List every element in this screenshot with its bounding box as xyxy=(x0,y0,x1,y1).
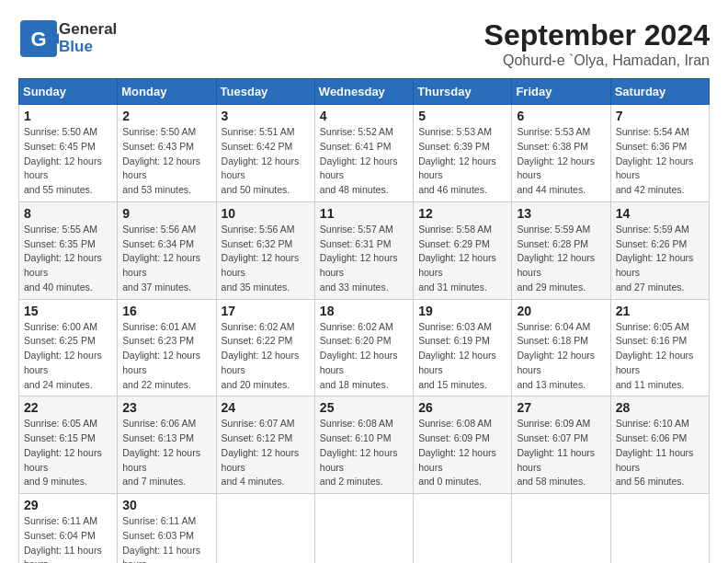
day-info: Sunrise: 5:55 AMSunset: 6:35 PMDaylight:… xyxy=(24,223,112,295)
week-row-4: 22 Sunrise: 6:05 AMSunset: 6:15 PMDaylig… xyxy=(19,396,710,494)
day-info: Sunrise: 6:02 AMSunset: 6:20 PMDaylight:… xyxy=(320,320,408,393)
day-info: Sunrise: 6:05 AMSunset: 6:16 PMDaylight:… xyxy=(616,320,704,393)
day-cell: 5 Sunrise: 5:53 AMSunset: 6:39 PMDayligh… xyxy=(414,105,512,202)
day-info: Sunrise: 6:07 AMSunset: 6:12 PMDaylight:… xyxy=(222,417,310,489)
day-number: 24 xyxy=(222,400,310,415)
day-number: 21 xyxy=(616,304,704,318)
day-cell: 11 Sunrise: 5:57 AMSunset: 6:31 PMDaylig… xyxy=(314,201,413,299)
day-cell: 13 Sunrise: 5:59 AMSunset: 6:28 PMDaylig… xyxy=(512,201,610,299)
day-info: Sunrise: 6:08 AMSunset: 6:09 PMDaylight:… xyxy=(418,417,506,489)
day-number: 25 xyxy=(320,400,408,415)
day-number: 10 xyxy=(222,206,310,221)
week-row-1: 1 Sunrise: 5:50 AMSunset: 6:45 PMDayligh… xyxy=(19,105,710,202)
page-header: G General Blue September 2024 Qohurd-e `… xyxy=(18,18,710,69)
month-title: September 2024 xyxy=(484,18,710,52)
day-cell xyxy=(414,494,512,564)
day-number: 7 xyxy=(616,109,704,123)
day-cell: 26 Sunrise: 6:08 AMSunset: 6:09 PMDaylig… xyxy=(414,396,512,494)
day-info: Sunrise: 5:50 AMSunset: 6:45 PMDaylight:… xyxy=(24,125,112,198)
day-info: Sunrise: 5:50 AMSunset: 6:43 PMDaylight:… xyxy=(122,125,210,198)
day-cell: 25 Sunrise: 6:08 AMSunset: 6:10 PMDaylig… xyxy=(314,396,413,494)
calendar-table: SundayMondayTuesdayWednesdayThursdayFrid… xyxy=(18,78,710,563)
day-info: Sunrise: 6:05 AMSunset: 6:15 PMDaylight:… xyxy=(24,417,112,489)
day-info: Sunrise: 6:01 AMSunset: 6:23 PMDaylight:… xyxy=(122,320,210,393)
day-cell: 19 Sunrise: 6:03 AMSunset: 6:19 PMDaylig… xyxy=(414,299,512,396)
day-number: 26 xyxy=(418,400,506,415)
day-info: Sunrise: 6:10 AMSunset: 6:06 PMDaylight:… xyxy=(616,417,704,489)
day-info: Sunrise: 5:53 AMSunset: 6:38 PMDaylight:… xyxy=(517,125,605,198)
day-info: Sunrise: 6:09 AMSunset: 6:07 PMDaylight:… xyxy=(517,417,605,489)
location: Qohurd-e `Olya, Hamadan, Iran xyxy=(484,52,710,69)
day-cell: 3 Sunrise: 5:51 AMSunset: 6:42 PMDayligh… xyxy=(216,105,314,202)
day-info: Sunrise: 5:58 AMSunset: 6:29 PMDaylight:… xyxy=(418,223,506,295)
day-number: 2 xyxy=(122,109,210,123)
day-number: 23 xyxy=(122,400,210,415)
logo: G General Blue xyxy=(18,18,117,59)
day-info: Sunrise: 5:56 AMSunset: 6:34 PMDaylight:… xyxy=(122,223,210,295)
day-number: 18 xyxy=(320,304,408,318)
day-number: 11 xyxy=(320,206,408,221)
day-number: 17 xyxy=(222,304,310,318)
logo-icon: G xyxy=(18,18,59,59)
day-cell: 14 Sunrise: 5:59 AMSunset: 6:26 PMDaylig… xyxy=(610,201,709,299)
day-number: 27 xyxy=(517,400,605,415)
day-cell: 2 Sunrise: 5:50 AMSunset: 6:43 PMDayligh… xyxy=(118,105,216,202)
day-cell: 23 Sunrise: 6:06 AMSunset: 6:13 PMDaylig… xyxy=(118,396,216,494)
day-info: Sunrise: 5:52 AMSunset: 6:41 PMDaylight:… xyxy=(320,125,408,198)
day-cell: 20 Sunrise: 6:04 AMSunset: 6:18 PMDaylig… xyxy=(512,299,610,396)
day-cell: 21 Sunrise: 6:05 AMSunset: 6:16 PMDaylig… xyxy=(610,299,709,396)
day-cell: 8 Sunrise: 5:55 AMSunset: 6:35 PMDayligh… xyxy=(19,201,118,299)
day-number: 8 xyxy=(24,206,112,221)
day-info: Sunrise: 6:04 AMSunset: 6:18 PMDaylight:… xyxy=(517,320,605,393)
day-info: Sunrise: 6:08 AMSunset: 6:10 PMDaylight:… xyxy=(320,417,408,489)
day-number: 16 xyxy=(122,304,210,318)
calendar-body: 1 Sunrise: 5:50 AMSunset: 6:45 PMDayligh… xyxy=(19,105,710,564)
day-number: 15 xyxy=(24,304,112,318)
week-row-5: 29 Sunrise: 6:11 AMSunset: 6:04 PMDaylig… xyxy=(19,494,710,564)
day-number: 9 xyxy=(122,206,210,221)
weekday-thursday: Thursday xyxy=(414,79,512,105)
day-info: Sunrise: 5:53 AMSunset: 6:39 PMDaylight:… xyxy=(418,125,506,198)
day-info: Sunrise: 6:11 AMSunset: 6:03 PMDaylight:… xyxy=(122,514,210,563)
day-info: Sunrise: 5:59 AMSunset: 6:26 PMDaylight:… xyxy=(616,223,704,295)
day-cell: 4 Sunrise: 5:52 AMSunset: 6:41 PMDayligh… xyxy=(314,105,413,202)
day-cell: 27 Sunrise: 6:09 AMSunset: 6:07 PMDaylig… xyxy=(512,396,610,494)
day-number: 4 xyxy=(320,109,408,123)
day-cell: 18 Sunrise: 6:02 AMSunset: 6:20 PMDaylig… xyxy=(314,299,413,396)
day-cell: 15 Sunrise: 6:00 AMSunset: 6:25 PMDaylig… xyxy=(19,299,118,396)
day-info: Sunrise: 6:03 AMSunset: 6:19 PMDaylight:… xyxy=(418,320,506,393)
day-cell: 28 Sunrise: 6:10 AMSunset: 6:06 PMDaylig… xyxy=(610,396,709,494)
day-info: Sunrise: 5:56 AMSunset: 6:32 PMDaylight:… xyxy=(222,223,310,295)
weekday-sunday: Sunday xyxy=(19,79,118,105)
day-cell xyxy=(216,494,314,564)
day-cell: 22 Sunrise: 6:05 AMSunset: 6:15 PMDaylig… xyxy=(19,396,118,494)
weekday-tuesday: Tuesday xyxy=(216,79,314,105)
day-cell: 12 Sunrise: 5:58 AMSunset: 6:29 PMDaylig… xyxy=(414,201,512,299)
day-number: 29 xyxy=(24,498,112,512)
day-info: Sunrise: 6:06 AMSunset: 6:13 PMDaylight:… xyxy=(122,417,210,489)
weekday-wednesday: Wednesday xyxy=(314,79,413,105)
day-info: Sunrise: 5:54 AMSunset: 6:36 PMDaylight:… xyxy=(616,125,704,198)
logo-text: General Blue xyxy=(59,21,117,55)
day-number: 22 xyxy=(24,400,112,415)
day-number: 6 xyxy=(517,109,605,123)
week-row-3: 15 Sunrise: 6:00 AMSunset: 6:25 PMDaylig… xyxy=(19,299,710,396)
day-info: Sunrise: 6:11 AMSunset: 6:04 PMDaylight:… xyxy=(24,514,112,563)
day-cell: 10 Sunrise: 5:56 AMSunset: 6:32 PMDaylig… xyxy=(216,201,314,299)
day-cell: 9 Sunrise: 5:56 AMSunset: 6:34 PMDayligh… xyxy=(118,201,216,299)
svg-text:G: G xyxy=(30,28,46,51)
weekday-saturday: Saturday xyxy=(610,79,709,105)
day-info: Sunrise: 5:57 AMSunset: 6:31 PMDaylight:… xyxy=(320,223,408,295)
day-number: 12 xyxy=(418,206,506,221)
day-number: 1 xyxy=(24,109,112,123)
week-row-2: 8 Sunrise: 5:55 AMSunset: 6:35 PMDayligh… xyxy=(19,201,710,299)
day-cell: 30 Sunrise: 6:11 AMSunset: 6:03 PMDaylig… xyxy=(118,494,216,564)
day-number: 20 xyxy=(517,304,605,318)
day-cell: 16 Sunrise: 6:01 AMSunset: 6:23 PMDaylig… xyxy=(118,299,216,396)
day-cell xyxy=(610,494,709,564)
day-cell: 1 Sunrise: 5:50 AMSunset: 6:45 PMDayligh… xyxy=(19,105,118,202)
day-info: Sunrise: 5:59 AMSunset: 6:28 PMDaylight:… xyxy=(517,223,605,295)
day-cell: 29 Sunrise: 6:11 AMSunset: 6:04 PMDaylig… xyxy=(19,494,118,564)
day-cell xyxy=(512,494,610,564)
weekday-monday: Monday xyxy=(118,79,216,105)
